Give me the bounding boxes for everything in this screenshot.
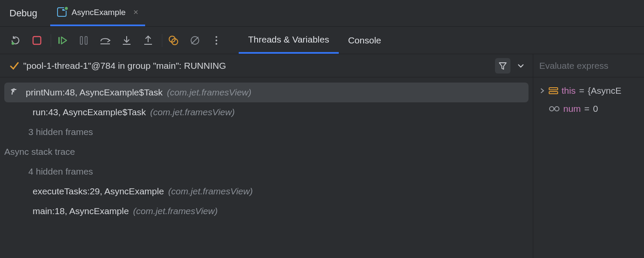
run-config-tab-label: AsyncExample: [72, 8, 126, 17]
svg-point-15: [216, 40, 217, 41]
pause-button[interactable]: [76, 33, 91, 48]
stack-frame[interactable]: run:43, AsyncExample$Task (com.jet.frame…: [4, 102, 529, 122]
stack-frame[interactable]: executeTasks:29, AsyncExample (com.jet.f…: [4, 181, 529, 201]
svg-point-14: [216, 36, 217, 38]
svg-rect-2: [58, 37, 60, 44]
debug-tool-window: Debug AsyncExample ×: [0, 0, 644, 258]
variable-value: 0: [593, 104, 598, 114]
frame-package: (com.jet.framesView): [168, 186, 253, 197]
chevron-right-icon[interactable]: [539, 88, 545, 94]
thread-selector[interactable]: "pool-1-thread-1"@784 in group "main": R…: [0, 54, 533, 77]
glasses-icon: [549, 105, 560, 112]
tool-window-tabbar: Debug AsyncExample ×: [0, 0, 644, 27]
frames-list: printNum:48, AsyncExample$Task (com.jet.…: [0, 77, 533, 226]
debug-toolbar: Threads & Variables Console: [0, 27, 644, 54]
frame-package: (com.jet.framesView): [167, 87, 252, 98]
close-tab-icon[interactable]: ×: [134, 7, 139, 17]
svg-rect-4: [85, 37, 87, 44]
tool-window-title: Debug: [9, 8, 37, 19]
frame-package: (com.jet.framesView): [150, 107, 235, 117]
drop-frame-icon: [10, 88, 21, 97]
application-icon: [57, 7, 67, 18]
view-breakpoints-button[interactable]: [166, 33, 181, 48]
hidden-frames-label: 3 hidden frames: [4, 122, 529, 142]
thread-dropdown-button[interactable]: [513, 58, 529, 74]
async-section-label: Async stack trace: [4, 142, 529, 162]
resume-button[interactable]: [55, 33, 70, 48]
svg-rect-1: [33, 37, 41, 44]
variables-list: this = {AsyncEnum = 0: [533, 77, 644, 122]
filter-button[interactable]: [495, 58, 510, 74]
variable-row[interactable]: num = 0: [535, 100, 642, 118]
variable-value: {AsyncE: [588, 86, 621, 96]
equals-sign: =: [579, 86, 584, 96]
variable-name: num: [563, 104, 581, 114]
stack-frame[interactable]: printNum:48, AsyncExample$Task (com.jet.…: [4, 83, 529, 102]
object-icon: [549, 87, 558, 95]
separator: [162, 34, 162, 47]
variable-row[interactable]: this = {AsyncE: [535, 82, 642, 100]
svg-point-20: [555, 107, 559, 111]
frame-package: (com.jet.framesView): [133, 206, 218, 216]
svg-rect-18: [549, 92, 558, 94]
run-config-tab[interactable]: AsyncExample ×: [50, 0, 145, 26]
step-into-button[interactable]: [119, 33, 134, 48]
evaluate-placeholder: Evaluate express: [539, 61, 608, 71]
frame-method: run:43, AsyncExample$Task: [33, 107, 146, 117]
svg-rect-17: [549, 88, 558, 90]
svg-point-0: [12, 42, 14, 44]
frame-method: main:18, AsyncExample: [33, 206, 129, 216]
svg-point-19: [550, 107, 554, 111]
svg-line-13: [191, 37, 198, 44]
step-over-button[interactable]: [97, 33, 113, 48]
separator: [51, 34, 51, 47]
stop-button[interactable]: [29, 33, 45, 48]
svg-point-16: [216, 43, 217, 45]
mute-breakpoints-button[interactable]: [187, 33, 203, 48]
debug-content-split: "pool-1-thread-1"@784 in group "main": R…: [0, 54, 644, 258]
thread-label: "pool-1-thread-1"@784 in group "main": R…: [23, 61, 491, 71]
check-icon: [9, 61, 19, 71]
step-out-button[interactable]: [140, 33, 156, 48]
equals-sign: =: [584, 104, 589, 114]
variables-pane: Evaluate express this = {AsyncEnum = 0: [533, 54, 644, 258]
tab-console[interactable]: Console: [339, 27, 391, 54]
debug-subtabs: Threads & Variables Console: [239, 27, 391, 54]
hidden-frames-label: 4 hidden frames: [4, 162, 529, 181]
tab-threads-variables[interactable]: Threads & Variables: [239, 27, 339, 54]
variable-name: this: [562, 86, 576, 96]
stack-frame[interactable]: main:18, AsyncExample (com.jet.framesVie…: [4, 201, 529, 221]
frames-pane: "pool-1-thread-1"@784 in group "main": R…: [0, 54, 533, 258]
frame-method: executeTasks:29, AsyncExample: [33, 186, 164, 197]
frame-method: printNum:48, AsyncExample$Task: [26, 87, 163, 98]
more-button[interactable]: [209, 33, 224, 48]
svg-rect-3: [80, 37, 82, 44]
evaluate-expression-input[interactable]: Evaluate express: [533, 54, 644, 77]
rerun-button[interactable]: [8, 33, 23, 48]
